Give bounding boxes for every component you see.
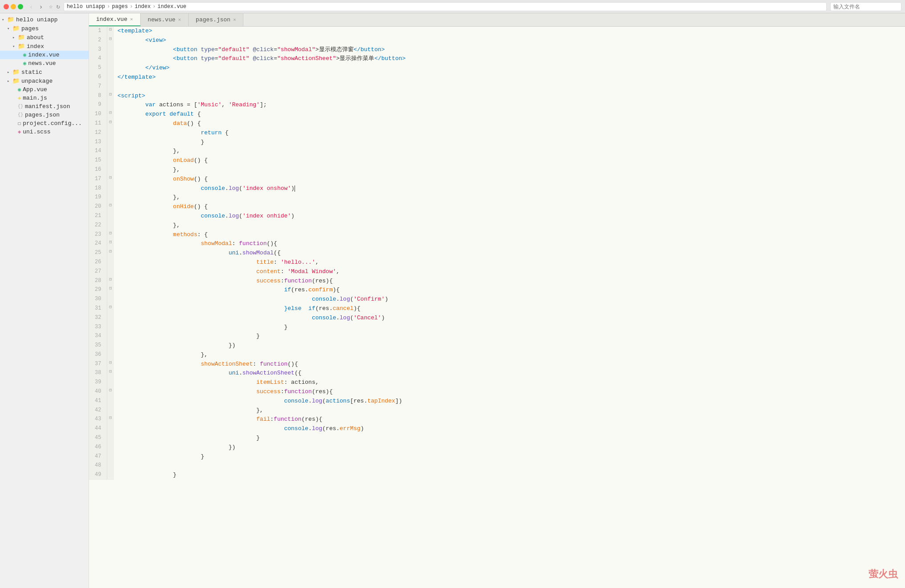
minimize-button[interactable] [11,4,16,9]
code-content[interactable]: } [114,138,905,147]
code-content[interactable]: methods: { [114,230,905,240]
fold-gutter[interactable]: ⊟ [107,175,114,184]
sidebar-item-static[interactable]: ▸📁static [0,68,89,77]
code-content[interactable]: }, [114,165,905,175]
code-content[interactable]: <script> [114,92,905,101]
breadcrumb-file[interactable]: index.vue [158,4,186,10]
fold-gutter[interactable]: ⊟ [107,230,114,240]
fold-gutter[interactable]: ⊟ [107,415,114,424]
code-content[interactable] [114,82,905,92]
sidebar-item-hello-uniapp[interactable]: ▾📁hello uniapp [0,15,89,24]
code-content[interactable]: }, [114,147,905,156]
fold-gutter[interactable]: ⊟ [107,304,114,314]
fold-gutter[interactable]: ⊟ [107,387,114,397]
code-content[interactable]: }, [114,350,905,360]
code-content[interactable]: } [114,471,905,480]
code-content[interactable]: success:function(res){ [114,277,905,286]
code-content[interactable]: content: 'Modal Window', [114,267,905,277]
tab-close-icon[interactable]: × [233,17,236,23]
code-content[interactable]: uni.showModal({ [114,249,905,258]
close-button[interactable] [4,4,9,9]
code-content[interactable]: <template> [114,27,905,36]
code-content[interactable]: } [114,323,905,332]
code-content[interactable]: onHide() { [114,202,905,212]
tab-close-icon[interactable]: × [130,17,133,22]
code-content[interactable]: }, [114,406,905,415]
code-content[interactable]: data() { [114,119,905,129]
code-content[interactable]: var actions = ['Music', 'Reading']; [114,101,905,110]
back-button[interactable]: ‹ [27,2,36,11]
fold-gutter[interactable]: ⊟ [107,202,114,212]
code-content[interactable]: </template> [114,73,905,82]
breadcrumb-index[interactable]: index [135,4,151,10]
code-content[interactable]: title: 'hello...', [114,258,905,267]
code-content[interactable]: <button type="default" @click="showModal… [114,45,905,55]
code-content[interactable]: if(res.confirm){ [114,286,905,295]
refresh-icon[interactable]: ↻ [56,3,60,10]
breadcrumb-pages[interactable]: pages [112,4,128,10]
fold-gutter[interactable]: ⊟ [107,27,114,36]
maximize-button[interactable] [18,4,23,9]
sidebar-item-about[interactable]: ▸📁about [0,33,89,42]
code-content[interactable]: showActionSheet: function(){ [114,360,905,369]
code-content[interactable]: </view> [114,64,905,73]
forward-button[interactable]: › [36,2,45,11]
code-content[interactable]: }) [114,443,905,452]
fold-gutter[interactable]: ⊟ [107,277,114,286]
code-content[interactable]: showModal: function(){ [114,239,905,249]
code-content[interactable]: export default { [114,110,905,119]
code-content[interactable]: }) [114,341,905,350]
code-content[interactable]: }else if(res.cancel){ [114,304,905,314]
sidebar-item-index-vue[interactable]: ◉index.vue [0,51,89,59]
code-content[interactable]: console.log('index onshow') [114,184,905,193]
fold-gutter[interactable]: ⊟ [107,92,114,101]
code-content[interactable]: console.log('index onhide') [114,212,905,221]
sidebar-item-manifest-json[interactable]: {}manifest.json [0,102,89,111]
code-content[interactable]: <view> [114,36,905,45]
fold-gutter[interactable]: ⊟ [107,286,114,295]
fold-gutter[interactable]: ⊟ [107,110,114,119]
sidebar-item-index[interactable]: ▾📁index [0,42,89,51]
fold-gutter[interactable]: ⊟ [107,119,114,129]
sidebar-item-project-config[interactable]: ◻project.config... [0,119,89,128]
fold-gutter[interactable]: ⊟ [107,36,114,45]
code-content[interactable]: console.log(actions[res.tapIndex]) [114,397,905,406]
code-content[interactable] [114,461,905,471]
code-content[interactable]: <button type="default" @click="showActio… [114,54,905,64]
sidebar-item-unpackage[interactable]: ▸📁unpackage [0,77,89,85]
code-content[interactable]: console.log('Cancel') [114,314,905,323]
code-content[interactable]: } [114,332,905,341]
sidebar-item-news-vue[interactable]: ◉news.vue [0,59,89,68]
code-content[interactable]: success:function(res){ [114,387,905,397]
tab-pages-json[interactable]: pages.json× [189,13,244,26]
code-editor[interactable]: 1⊟<template>2⊟ <view>3 <button type="def… [89,27,905,588]
breadcrumb-root[interactable]: hello uniapp [67,4,105,10]
code-content[interactable]: }, [114,221,905,230]
sidebar-item-pages[interactable]: ▾📁pages [0,24,89,33]
code-content[interactable]: fail:function(res){ [114,415,905,424]
code-content[interactable]: onLoad() { [114,156,905,165]
code-content[interactable]: }, [114,193,905,202]
fold-gutter[interactable]: ⊟ [107,369,114,378]
sidebar-item-pages-json[interactable]: {}pages.json [0,111,89,119]
fold-gutter[interactable]: ⊟ [107,249,114,258]
fold-gutter[interactable]: ⊟ [107,360,114,369]
tab-close-icon[interactable]: × [178,17,181,23]
fold-gutter[interactable]: ⊟ [107,239,114,249]
tab-news-vue[interactable]: news.vue× [141,13,189,26]
code-content[interactable]: } [114,452,905,462]
file-search-input[interactable] [830,2,901,11]
code-row: 6</template> [89,73,905,82]
code-content[interactable]: } [114,434,905,443]
code-content[interactable]: uni.showActionSheet({ [114,369,905,378]
bookmark-icon[interactable]: ☆ [49,3,53,10]
tab-index-vue[interactable]: index.vue× [89,13,141,26]
code-content[interactable]: console.log('Confirm') [114,295,905,304]
code-content[interactable]: console.log(res.errMsg) [114,424,905,434]
sidebar-item-app-vue[interactable]: ◉App.vue [0,85,89,94]
code-content[interactable]: return { [114,129,905,138]
sidebar-item-main-js[interactable]: ◈main.js [0,94,89,102]
code-content[interactable]: itemList: actions, [114,378,905,387]
code-content[interactable]: onShow() { [114,175,905,184]
sidebar-item-uni-scss[interactable]: ◈uni.scss [0,128,89,136]
